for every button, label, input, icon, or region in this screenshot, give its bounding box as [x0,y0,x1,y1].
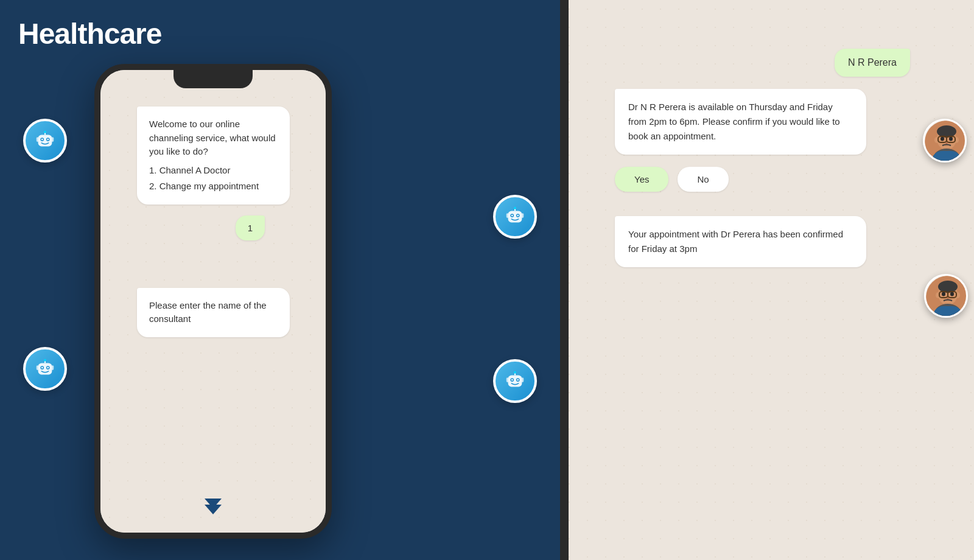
phone-notch-left [173,70,253,88]
right-bot-bubble-2: Your appointment with Dr Perera has been… [615,216,866,267]
svg-point-4 [47,139,49,141]
bot-avatar-right-1 [493,195,537,239]
user-avatar-right [923,119,967,163]
svg-point-42 [511,379,513,381]
svg-rect-0 [38,135,52,147]
svg-point-53 [941,137,944,141]
scroll-arrow-left [205,499,222,514]
svg-point-45 [514,371,516,374]
svg-rect-17 [51,365,54,370]
svg-rect-16 [37,365,39,370]
right-panel: N R Perera Dr N R Perera is available on… [560,0,974,560]
svg-rect-46 [506,377,509,382]
svg-rect-8 [51,137,54,142]
svg-rect-39 [508,376,522,387]
svg-point-6 [44,131,46,133]
yes-button[interactable]: Yes [615,167,668,192]
right-bot-bubble-1: Dr N R Perera is available on Thursday a… [615,89,866,155]
svg-point-20 [938,281,958,293]
phone-screen-left: Welcome to our online channeling service… [100,70,326,533]
svg-point-3 [41,139,43,141]
svg-point-28 [947,298,949,299]
svg-point-50 [937,125,956,138]
svg-rect-37 [506,213,509,218]
action-buttons: Yes No [615,167,956,192]
page-title: Healthcare [18,17,161,51]
bot-bubble-2: Please enter the name of the consultant [137,288,290,337]
phone-frame-left: Welcome to our online channeling service… [94,64,332,539]
no-button[interactable]: No [678,167,728,192]
bot-avatar-right-2 [493,359,537,403]
svg-point-13 [47,367,49,369]
svg-point-57 [945,142,948,144]
user-bubble-1: 1 [236,215,265,240]
svg-point-23 [942,292,945,296]
svg-point-24 [950,292,954,296]
svg-point-15 [44,359,46,362]
svg-point-43 [517,379,519,381]
svg-rect-7 [37,137,39,142]
bot-bubble-1: Welcome to our online channeling service… [137,107,290,205]
svg-point-12 [41,367,43,369]
bot-avatar-left-bottom [23,347,67,391]
svg-rect-9 [38,363,52,375]
phone-left: Welcome to our online channeling service… [94,64,332,539]
right-user-bubble: N R Perera [835,49,910,77]
right-panel-border [560,0,569,560]
svg-point-36 [514,207,516,209]
svg-point-33 [511,215,513,217]
svg-rect-38 [521,213,524,218]
user-avatar-left [924,274,968,318]
svg-point-54 [949,137,953,141]
bot-avatar-left-top [23,119,67,163]
svg-rect-47 [521,377,524,382]
svg-point-34 [517,215,519,217]
svg-rect-30 [508,211,522,223]
